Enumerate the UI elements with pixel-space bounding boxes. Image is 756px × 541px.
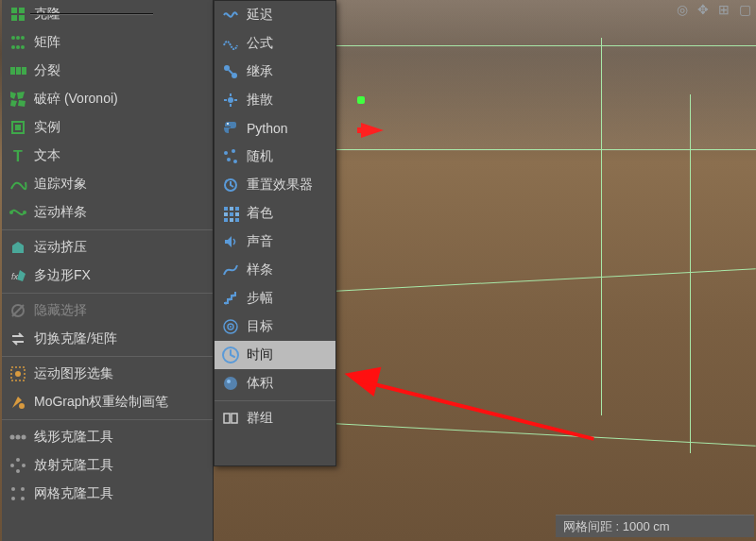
view-icon[interactable]: ⊞ xyxy=(716,2,731,17)
menu-item-grid[interactable]: 网格克隆工具 xyxy=(2,480,213,508)
menu-item-formula[interactable]: 公式 xyxy=(215,29,335,58)
menu-item-delay[interactable]: 延迟 xyxy=(215,1,335,29)
svg-rect-11 xyxy=(16,67,21,75)
menu-item-python[interactable]: Python xyxy=(215,114,335,143)
menu-label: 延迟 xyxy=(247,7,328,24)
svg-marker-13 xyxy=(10,92,16,99)
menu-label: 继承 xyxy=(247,63,328,80)
svg-rect-10 xyxy=(10,67,15,75)
menu-item-split[interactable]: 分裂 xyxy=(2,57,213,85)
svg-rect-50 xyxy=(224,207,228,211)
menu-label: 实例 xyxy=(34,119,205,136)
voronoi-icon xyxy=(8,89,28,110)
menu-item-clone[interactable]: 克隆 xyxy=(2,0,213,28)
time-icon xyxy=(220,345,241,365)
menu-item-moselection[interactable]: 运动图形选集 xyxy=(2,360,213,388)
svg-marker-23 xyxy=(17,270,26,281)
menu-item-push[interactable]: 推散 xyxy=(215,86,335,114)
push-icon xyxy=(220,90,241,110)
menu-label: 多边形FX xyxy=(34,267,205,284)
svg-marker-16 xyxy=(18,100,26,107)
menu-item-step[interactable]: 步幅 xyxy=(215,284,335,313)
grid-line xyxy=(335,268,755,291)
svg-point-46 xyxy=(232,149,235,153)
delay-icon xyxy=(220,5,241,25)
menu-label: Python xyxy=(247,121,328,136)
view-icon[interactable]: ✥ xyxy=(696,2,711,17)
view-icon[interactable]: ▢ xyxy=(737,2,752,17)
axis-marker xyxy=(357,96,365,104)
effector-submenu[interactable]: 延迟公式继承推散Python随机重置效果器着色声音样条步幅目标时间体积 群组 xyxy=(214,0,336,466)
menu-label: 运动样条 xyxy=(34,204,205,221)
menu-item-text[interactable]: T文本 xyxy=(2,142,213,170)
menu-item-radial[interactable]: 放射克隆工具 xyxy=(2,451,213,480)
menu-label: 克隆 xyxy=(34,6,205,23)
menu-item-spline[interactable]: 样条 xyxy=(215,256,335,284)
svg-point-28 xyxy=(19,403,25,409)
svg-rect-69 xyxy=(232,414,237,423)
menu-label: 着色 xyxy=(247,205,328,222)
svg-point-29 xyxy=(10,435,15,440)
menu-item-voronoi[interactable]: 破碎 (Voronoi) xyxy=(2,85,213,113)
svg-point-9 xyxy=(21,45,25,49)
grid-spacing-label: 网格间距 : 1000 cm xyxy=(563,518,670,535)
svg-rect-0 xyxy=(11,8,17,13)
menu-label: 目标 xyxy=(247,318,328,335)
svg-point-38 xyxy=(11,497,15,500)
menu-item-sound[interactable]: 声音 xyxy=(215,228,335,256)
svg-point-59 xyxy=(225,302,228,305)
moextrude-icon xyxy=(8,237,28,258)
menu-label: 线形克隆工具 xyxy=(34,429,205,446)
moselection-icon xyxy=(8,363,28,384)
menu-label: 矩阵 xyxy=(34,34,205,51)
menu-item-swap[interactable]: 切换克隆/矩阵 xyxy=(2,325,213,353)
menu-item-mospline[interactable]: 运动样条 xyxy=(2,198,213,227)
svg-point-48 xyxy=(233,160,237,163)
svg-marker-15 xyxy=(10,100,17,107)
menu-item-weight[interactable]: MoGraph权重绘制画笔 xyxy=(2,388,213,416)
menu-item-matrix[interactable]: 矩阵 xyxy=(2,28,213,57)
menu-label: 隐藏选择 xyxy=(34,302,205,319)
menu-item-inherit[interactable]: 继承 xyxy=(215,58,335,86)
svg-point-8 xyxy=(16,45,20,49)
menu-item-instance[interactable]: 实例 xyxy=(2,113,213,142)
svg-point-43 xyxy=(228,97,233,103)
svg-point-33 xyxy=(22,464,26,467)
hide-icon xyxy=(8,300,28,321)
svg-point-32 xyxy=(16,458,20,462)
mograph-menu[interactable]: 克隆矩阵分裂破碎 (Voronoi)实例T文本追踪对象运动样条 运动挤压fx多边… xyxy=(2,0,214,541)
view-icon[interactable]: ◎ xyxy=(675,2,690,17)
inherit-icon xyxy=(220,61,241,82)
menu-item-time[interactable]: 时间 xyxy=(215,341,335,369)
svg-point-61 xyxy=(232,295,235,297)
menu-item-random[interactable]: 随机 xyxy=(215,143,335,171)
step-icon xyxy=(220,288,241,309)
menu-item-group[interactable]: 群组 xyxy=(215,404,335,432)
menu-item-polyfx[interactable]: fx多边形FX xyxy=(2,262,213,290)
split-icon xyxy=(8,60,28,81)
svg-marker-14 xyxy=(17,92,25,99)
menu-label: 推散 xyxy=(247,92,328,109)
matrix-icon xyxy=(8,32,28,53)
menu-item-shader[interactable]: 着色 xyxy=(215,199,335,228)
polyfx-icon: fx xyxy=(8,265,28,286)
menu-item-tracer[interactable]: 追踪对象 xyxy=(2,170,213,198)
menu-item-linear[interactable]: 线形克隆工具 xyxy=(2,423,213,451)
menu-label: 随机 xyxy=(247,148,328,165)
menu-label: MoGraph权重绘制画笔 xyxy=(34,394,205,411)
menu-item-target[interactable]: 目标 xyxy=(215,313,335,341)
svg-point-47 xyxy=(227,158,231,161)
menu-item-moextrude[interactable]: 运动挤压 xyxy=(2,233,213,262)
svg-rect-1 xyxy=(19,8,25,13)
menu-item-hide[interactable]: 隐藏选择 xyxy=(2,296,213,325)
menu-item-volume[interactable]: 体积 xyxy=(215,369,335,397)
menu-label: 文本 xyxy=(34,147,205,164)
volume-icon xyxy=(220,373,241,394)
menu-separator xyxy=(2,356,213,357)
svg-point-5 xyxy=(16,36,20,40)
menu-item-reset[interactable]: 重置效果器 xyxy=(215,171,335,199)
formula-icon xyxy=(220,33,241,54)
svg-point-4 xyxy=(11,36,15,40)
shader-icon xyxy=(220,203,241,224)
grid-line xyxy=(335,45,756,46)
